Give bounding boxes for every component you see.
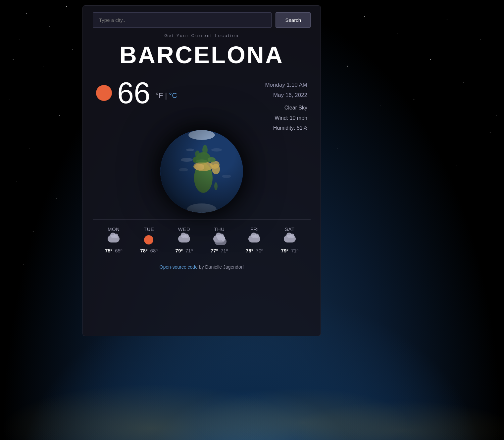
footer-suffix: by Danielle Jagendorf xyxy=(198,264,244,270)
weather-icon xyxy=(96,85,112,101)
svg-point-24 xyxy=(63,86,63,86)
forecast-temps-mon: 75º 65º xyxy=(96,248,131,253)
svg-point-30 xyxy=(196,152,211,164)
svg-point-28 xyxy=(53,271,53,271)
weather-details: Monday 1:10 AM May 16, 2022 Clear Sky Wi… xyxy=(265,78,307,133)
unit-separator: | xyxy=(165,91,167,100)
forecast-day-name: THU xyxy=(202,226,237,232)
svg-point-4 xyxy=(43,66,43,66)
city-lights xyxy=(0,324,504,440)
weather-conditions: Clear Sky Wind: 10 mph Humidity: 51% xyxy=(265,103,307,133)
svg-point-1 xyxy=(49,26,50,27)
svg-point-31 xyxy=(195,151,200,157)
svg-point-5 xyxy=(10,99,10,100)
fahrenheit-unit[interactable]: °F xyxy=(156,91,163,100)
svg-point-33 xyxy=(194,163,213,193)
svg-point-10 xyxy=(33,231,33,232)
forecast-row: MON 75º 65º TUE 78º 68º WED xyxy=(93,219,311,259)
svg-point-22 xyxy=(457,165,457,166)
svg-point-25 xyxy=(414,99,415,100)
globe xyxy=(160,130,243,213)
svg-point-16 xyxy=(347,66,348,66)
svg-point-40 xyxy=(196,159,208,163)
forecast-tue: TUE 78º 68º xyxy=(131,226,166,253)
svg-point-14 xyxy=(447,20,447,20)
forecast-icon-fri xyxy=(248,235,260,244)
forecast-temps-sat: 79º 71º xyxy=(272,248,307,253)
date-line1: Monday 1:10 AM xyxy=(265,80,307,90)
svg-point-32 xyxy=(202,145,208,155)
svg-point-37 xyxy=(212,164,220,174)
forecast-icon-thu xyxy=(213,235,225,244)
city-name: BARCELONA xyxy=(93,42,311,68)
svg-point-20 xyxy=(490,132,490,133)
celsius-unit[interactable]: °C xyxy=(169,91,177,100)
svg-point-8 xyxy=(16,182,17,182)
forecast-icon-tue xyxy=(143,235,155,244)
forecast-day-name: SAT xyxy=(272,226,307,232)
svg-point-41 xyxy=(188,130,215,140)
svg-point-48 xyxy=(222,175,231,178)
svg-point-7 xyxy=(29,149,30,149)
forecast-temps-fri: 78º 70º xyxy=(237,248,272,253)
svg-point-18 xyxy=(430,59,431,60)
svg-point-47 xyxy=(186,149,194,151)
svg-point-13 xyxy=(397,33,398,33)
svg-point-17 xyxy=(463,82,464,83)
svg-point-9 xyxy=(56,198,56,198)
svg-point-42 xyxy=(187,203,217,213)
humidity-condition: Humidity: 51% xyxy=(265,123,307,133)
forecast-wed: WED 79º 71º xyxy=(167,226,202,253)
forecast-icon-wed xyxy=(178,235,190,244)
svg-point-43 xyxy=(214,182,218,190)
location-link[interactable]: Get Your Current Location xyxy=(93,33,311,38)
svg-point-3 xyxy=(20,39,20,40)
svg-point-12 xyxy=(364,16,365,17)
svg-point-19 xyxy=(380,106,381,106)
forecast-temps-wed: 79º 71º xyxy=(167,248,202,253)
temperature-section: 66 °F | °C xyxy=(96,78,177,108)
weather-app: Search Get Your Current Location BARCELO… xyxy=(82,5,321,336)
svg-point-36 xyxy=(210,161,220,169)
svg-point-45 xyxy=(179,168,188,171)
forecast-sat: SAT 79º 71º xyxy=(272,226,307,253)
svg-point-0 xyxy=(26,13,27,14)
search-row: Search xyxy=(93,12,311,28)
svg-point-6 xyxy=(59,115,60,116)
temperature-units: °F | °C xyxy=(156,91,177,100)
open-source-link[interactable]: Open-source code xyxy=(160,264,198,270)
forecast-day-name: FRI xyxy=(237,226,272,232)
wind-condition: Wind: 10 mph xyxy=(265,113,307,123)
temperature-value: 66 xyxy=(117,78,150,108)
forecast-temps-thu: 77º 71º xyxy=(202,248,237,253)
search-button[interactable]: Search xyxy=(276,12,311,28)
date-line2: May 16, 2022 xyxy=(265,90,307,101)
forecast-mon: MON 75º 65º xyxy=(96,226,131,253)
globe-container xyxy=(93,130,311,213)
svg-point-11 xyxy=(73,49,73,50)
svg-point-46 xyxy=(211,148,222,152)
forecast-fri: FRI 78º 70º xyxy=(237,226,272,253)
datetime: Monday 1:10 AM May 16, 2022 xyxy=(265,80,307,100)
svg-point-23 xyxy=(13,59,14,60)
svg-point-21 xyxy=(337,149,338,149)
forecast-thu: THU 77º 71º xyxy=(202,226,237,253)
forecast-day-name: WED xyxy=(167,226,202,232)
forecast-icon-sat xyxy=(284,235,296,244)
svg-point-39 xyxy=(193,156,199,163)
svg-point-26 xyxy=(496,115,497,116)
forecast-day-name: MON xyxy=(96,226,131,232)
search-input[interactable] xyxy=(93,12,272,28)
forecast-day-name: TUE xyxy=(131,226,166,232)
weather-main: 66 °F | °C Monday 1:10 AM May 16, 2022 C… xyxy=(93,78,311,133)
svg-point-38 xyxy=(208,157,216,162)
footer: Open-source code by Danielle Jagendorf xyxy=(93,259,311,270)
svg-point-2 xyxy=(66,6,67,7)
svg-point-44 xyxy=(181,158,193,162)
svg-point-27 xyxy=(23,264,24,265)
forecast-temps-tue: 78º 68º xyxy=(131,248,166,253)
forecast-icon-mon xyxy=(108,235,120,244)
svg-point-34 xyxy=(193,162,213,171)
svg-point-29 xyxy=(160,130,243,213)
sky-condition: Clear Sky xyxy=(265,103,307,113)
